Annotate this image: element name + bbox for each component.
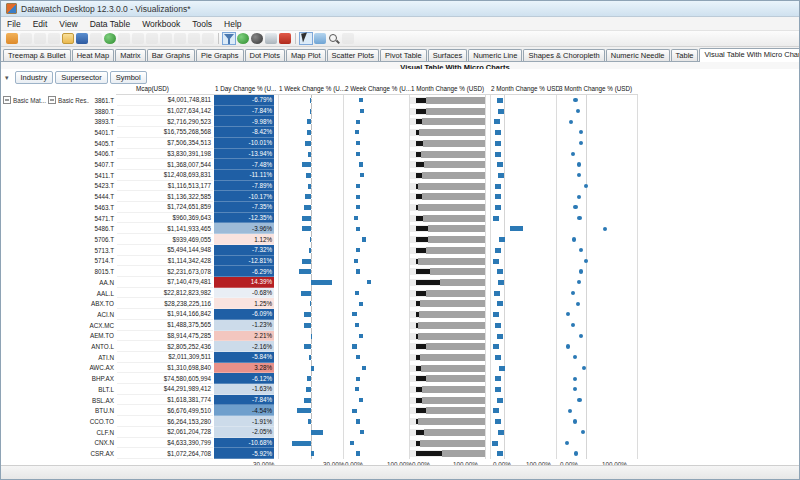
tab-treemap-bullet[interactable]: Treemap & Bullet [3,49,71,61]
column-header-2-month-change-usd[interactable]: 2 Month Change % USD [491,85,560,92]
refresh-icon[interactable] [237,33,249,44]
column-header-3-month-change-usd-[interactable]: 3 Month Change % (USD) [559,85,632,92]
table-row[interactable]: BSL.AX$1,618,381,774-7.84% [1,395,641,406]
table-row[interactable]: 5444.T$1,136,322,585-10.17% [1,191,641,202]
table-row[interactable]: 8015.T$2,231,673,078-6.29% [1,266,641,277]
month2-dot-chart [490,298,557,309]
menu-item-workbook[interactable]: Workbook [136,19,186,29]
table-row[interactable]: ACI.N$1,914,166,842-6.09% [1,309,641,320]
tab-numeric-line[interactable]: Numeric Line [468,49,522,61]
menu-item-file[interactable]: File [1,19,27,29]
table-row[interactable]: ATI.N$2,011,309,511-5.84% [1,352,641,363]
table-row[interactable]: 5405.T$7,506,354,513-10.01% [1,138,641,149]
tab-surfaces[interactable]: Surfaces [428,49,468,61]
filter-icon[interactable] [223,33,235,44]
table-row[interactable]: AWC.AX$1,310,698,8403.28% [1,363,641,374]
new-workbook-icon[interactable] [6,33,18,44]
table-row[interactable]: AAL.L$22,812,823,982-0.68% [1,288,641,299]
menu-item-tools[interactable]: Tools [186,19,218,29]
column-header-1-month-change-usd-[interactable]: 1 Month Change % (USD) [411,85,484,92]
rubber-band-icon[interactable] [314,33,326,44]
menu-item-data-table[interactable]: Data Table [84,19,136,29]
week2-dot-chart [344,331,410,342]
print-icon[interactable] [265,33,277,44]
tab-shapes-choropleth[interactable]: Shapes & Choropleth [523,49,604,61]
tab-table[interactable]: Table [671,49,699,61]
table-row[interactable]: 3893.T$2,716,290,523-9.98% [1,116,641,127]
month2-marker [497,398,503,403]
select-cursor-icon[interactable] [300,33,312,44]
tab-pivot-table[interactable]: Pivot Table [380,49,427,61]
record-icon[interactable] [251,33,263,44]
table-row[interactable]: 5406.T$3,830,391,198-13.94% [1,149,641,160]
table-row[interactable]: 5407.T$1,368,007,544-7.48% [1,159,641,170]
table-row[interactable]: CNX.N$4,633,390,799-10.68% [1,438,641,449]
table-row[interactable]: 5411.T$12,408,693,831-11.11% [1,170,641,181]
table-row[interactable]: 5423.T$1,116,513,177-7.89% [1,181,641,192]
table-row[interactable]: 3880.T$1,027,634,142-7.84% [1,106,641,117]
tab-visual-table-with-micro-charts[interactable]: Visual Table With Micro Charts [699,48,800,62]
column-header-1-week-change-u-[interactable]: 1 Week Change % (U... [279,85,345,92]
month1-bullet-chart [410,277,486,288]
tab-bar-graphs[interactable]: Bar Graphs [147,49,195,61]
table-row[interactable]: CLF.N$2,061,204,728-2.05% [1,427,641,438]
table-row[interactable]: 5486.T$1,141,933,465-3.96% [1,223,641,234]
table-row[interactable]: 5463.T$1,724,651,859-7.35% [1,202,641,213]
save-icon[interactable] [76,33,88,44]
table-row[interactable]: Basic Mat...Basic Res...3861.T$4,001,748… [1,95,641,106]
zoom-icon[interactable] [328,33,340,44]
table-row[interactable]: 5713.T$5,494,144,948-7.32% [1,245,641,256]
table-row[interactable]: BHP.AX$74,580,605,994-6.12% [1,373,641,384]
menu-item-help[interactable]: Help [218,19,247,29]
table-row[interactable]: ANTO.L$2,805,252,436-2.16% [1,341,641,352]
week2-dot [356,355,360,359]
table-row[interactable]: BTU.N$6,676,499,510-4.54% [1,405,641,416]
menu-item-view[interactable]: View [53,19,83,29]
export-pdf-icon[interactable] [279,33,291,44]
tab-matrix[interactable]: Matrix [115,49,145,61]
table-row[interactable]: ABX.TO$28,238,225,1161.25% [1,298,641,309]
table-row[interactable]: BLT.L$44,291,989,412-1.63% [1,384,641,395]
table-row[interactable]: AA.N$7,140,479,48114.39% [1,277,641,288]
tab-numeric-needle[interactable]: Numeric Needle [606,49,670,61]
tab-dot-plots[interactable]: Dot Plots [245,49,285,61]
week2-dot [356,195,360,199]
tab-heat-map[interactable]: Heat Map [72,49,115,61]
bullet-value [416,280,440,285]
symbol-cell: 5713.T [89,245,114,256]
table-row[interactable]: ACX.MC$1,488,375,565-1.23% [1,320,641,331]
breadcrumb-button-supersector[interactable]: Supersector [55,71,107,84]
column-header-2-week-change-u-[interactable]: 2 Week Change % (U... [345,85,411,92]
gridline [504,181,505,192]
table-row[interactable]: CSR.AX$1,072,264,708-5.92% [1,448,641,459]
open-icon[interactable] [62,33,74,44]
symbol-cell: 3880.T [89,106,114,117]
menu-item-edit[interactable]: Edit [27,19,54,29]
tab-map-plot[interactable]: Map Plot [286,49,326,61]
week1-bar-chart [278,181,344,192]
table-row[interactable]: CCO.TO$6,264,153,280-1.91% [1,416,641,427]
month3-dot-chart [557,416,638,427]
table-row[interactable]: 5401.T$16,755,268,568-8.42% [1,127,641,138]
checkbox-supersector[interactable] [48,96,56,104]
week2-dot [360,173,364,177]
column-header-mcap-usd-[interactable]: Mcap(USD) [136,85,169,92]
table-row[interactable]: 5706.T$939,469,0551.12% [1,234,641,245]
publish-icon[interactable] [104,33,116,44]
mcap-cell: $1,488,375,565 [117,320,213,331]
tab-scatter-plots[interactable]: Scatter Plots [327,49,380,61]
chevron-down-icon[interactable]: ▾ [5,74,9,82]
table-row[interactable]: 5471.T$960,369,643-12.35% [1,213,641,224]
month3-dot [577,280,581,284]
month2-dot-chart [490,202,557,213]
checkbox-industry[interactable] [3,96,11,104]
column-header-1-day-change-u-[interactable]: 1 Day Change % (U... [215,85,276,92]
tab-pie-graphs[interactable]: Pie Graphs [196,49,244,61]
table-row[interactable]: 5714.T$1,114,342,428-12.81% [1,256,641,267]
breadcrumb-button-industry[interactable]: Industry [15,71,54,84]
bullet-range [422,118,485,125]
week1-bar [310,109,311,114]
month2-marker [495,130,501,135]
breadcrumb-button-symbol[interactable]: Symbol [110,71,147,84]
table-row[interactable]: AEM.TO$8,914,475,2852.21% [1,331,641,342]
